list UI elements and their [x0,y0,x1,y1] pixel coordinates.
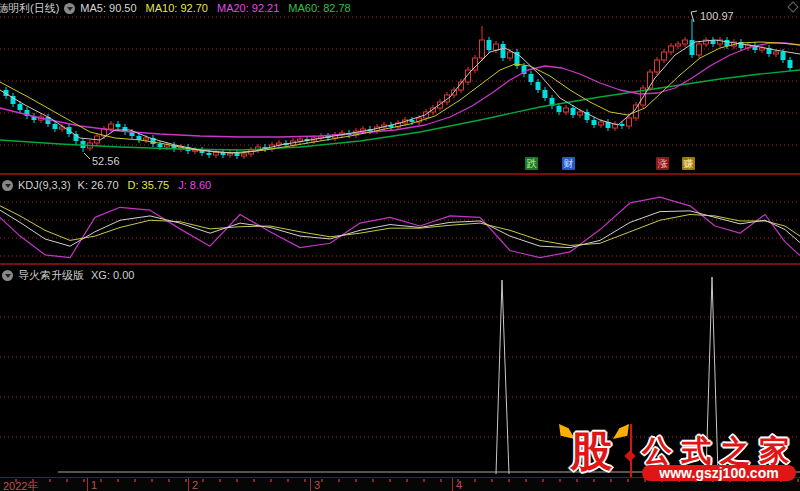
diamond-icon [624,450,635,461]
main-chart-header: 德明利(日线) MA5: 90.50MA10: 92.70MA20: 92.21… [0,1,360,15]
svg-text:100.97: 100.97 [700,10,734,22]
ma-value-label: MA10: 92.70 [146,2,208,14]
chevron-down-icon[interactable] [2,180,13,191]
axis-month-separator [87,478,88,491]
axis-month-label: 4 [456,479,462,491]
axis-month-separator [310,478,311,491]
bull-horn-right-icon [613,424,629,439]
logo-url: www.gszj100.com [642,465,796,481]
ma-value-label: MA60: 82.78 [288,2,350,14]
trading-app-window: 52.56100.97 德明利(日线) MA5: 90.50MA10: 92.7… [0,0,800,491]
axis-month-separator [188,478,189,491]
kdj-value-label: J: 8.60 [178,179,211,191]
watermark-logo: 股 公式之家 www.gszj100.com [556,421,800,479]
ma-labels: MA5: 90.50MA10: 92.70MA20: 92.21MA60: 82… [80,2,359,14]
kdj-value-label: D: 35.75 [128,179,170,191]
candlestick-chart-area[interactable]: 52.56100.97 [0,0,800,477]
ma-value-label: MA5: 90.50 [80,2,136,14]
kdj-panel-header: KDJ(9,3,3) K: 26.70D: 35.75J: 8.60 [2,179,220,191]
bull-logo: 股 [564,429,622,479]
chart-marker-badge: 赚 [682,157,695,170]
logo-character: 股 [570,429,612,475]
signal-xg-value: XG: 0.00 [91,269,134,281]
chevron-down-icon[interactable] [2,270,13,281]
ma-value-label: MA20: 92.21 [217,2,279,14]
axis-month-separator [452,478,453,491]
kdj-values: K: 26.70D: 35.75J: 8.60 [78,179,221,191]
symbol-title: 德明利(日线) [0,1,59,16]
axis-month-label: 3 [314,479,320,491]
chart-marker-badge: 财 [562,157,575,170]
signal-panel-header: 导火索升级版 XG: 0.00 [2,269,134,281]
chart-marker-badge: 涨 [656,157,669,170]
chart-marker-badge: 跌 [525,157,538,170]
chevron-down-icon[interactable] [64,3,75,14]
kdj-title: KDJ(9,3,3) [18,179,71,191]
kdj-value-label: K: 26.70 [78,179,119,191]
svg-text:52.56: 52.56 [92,155,120,167]
axis-month-label: 2 [192,479,198,491]
signal-title: 导火索升级版 [18,268,84,283]
axis-month-label: 1 [91,479,97,491]
axis-year-label: 2022年 [3,479,38,491]
